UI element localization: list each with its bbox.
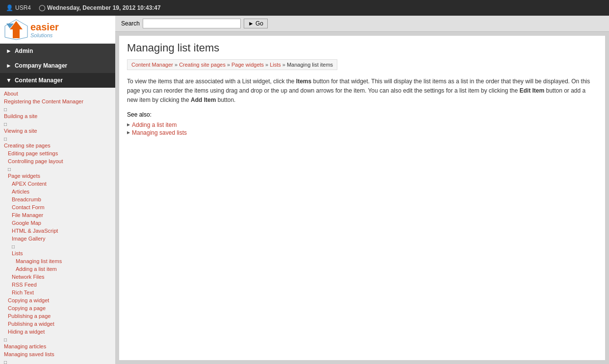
nav-publishing-page[interactable]: Publishing a page [0, 312, 115, 320]
see-also-adding-list-item[interactable]: Adding a list item [132, 121, 177, 128]
main-content-area: Search ► Go Managing list items Content … [115, 16, 609, 364]
breadcrumb-lists[interactable]: Lists [270, 62, 281, 68]
content-manager-tree: About Registering the Content Manager □B… [0, 88, 115, 364]
breadcrumb-content-manager[interactable]: Content Manager [131, 62, 173, 68]
nav-managing-saved-lists[interactable]: Managing saved lists [0, 350, 115, 358]
clock-icon: ◯ [39, 4, 45, 11]
nav-rich-text[interactable]: Rich Text [0, 289, 115, 296]
chevron-down-icon: ▼ [6, 77, 12, 84]
datetime-value: Wednesday, December 19, 2012 10:43:47 [47, 4, 161, 11]
user-icon: 👤 [6, 4, 13, 11]
go-button[interactable]: ► Go [244, 19, 268, 28]
logo-sub-text: Solutions [30, 32, 59, 38]
nav-managing-list-items[interactable]: Managing list items [0, 257, 115, 265]
list-item: Managing saved lists [127, 129, 597, 137]
layout: easier Solutions ► Admin ► Company Manag… [0, 16, 609, 364]
nav-lists[interactable]: □Lists [0, 243, 115, 257]
user-info: 👤 USR4 [6, 4, 31, 11]
nav-creating-site-pages[interactable]: □Creating site pages [0, 135, 115, 149]
nav-page-widgets[interactable]: □Page widgets [0, 165, 115, 180]
see-also-managing-saved-lists[interactable]: Managing saved lists [132, 129, 187, 136]
logo: easier Solutions [0, 16, 115, 44]
nav-building-site[interactable]: □Building a site [0, 105, 115, 120]
breadcrumb-current: Managing list items [287, 62, 333, 68]
breadcrumb: Content Manager » Creating site pages » … [127, 59, 337, 70]
go-label: Go [255, 20, 263, 27]
nav-rss-feed[interactable]: RSS Feed [0, 281, 115, 289]
nav-publishing-widget[interactable]: Publishing a widget [0, 320, 115, 328]
admin-label: Admin [15, 48, 33, 54]
nav-managing-articles[interactable]: □Managing articles [0, 336, 115, 350]
page-title: Managing list items [127, 42, 597, 54]
see-also-list: Adding a list item Managing saved lists [127, 121, 597, 137]
content-paragraph: To view the items that are associated wi… [127, 77, 597, 105]
sidebar-item-admin[interactable]: ► Admin [0, 44, 115, 58]
nav-adding-navigation[interactable]: □Adding navigation [0, 358, 115, 364]
nav-file-manager-widget[interactable]: File Manager [0, 211, 115, 219]
nav-contact-form[interactable]: Contact Form [0, 203, 115, 211]
nav-google-map[interactable]: Google Map [0, 219, 115, 227]
nav-network-files[interactable]: Network Files [0, 273, 115, 281]
content-manager-label: Content Manager [15, 77, 63, 84]
nav-hiding-widget[interactable]: Hiding a widget [0, 328, 115, 336]
username: USR4 [15, 4, 31, 11]
search-bar: Search ► Go [115, 16, 609, 32]
breadcrumb-page-widgets[interactable]: Page widgets [231, 62, 264, 68]
nav-adding-list-item[interactable]: Adding a list item [0, 265, 115, 273]
search-label: Search [121, 20, 140, 27]
logo-text: easier Solutions [30, 22, 59, 38]
chevron-right-icon: ► [6, 48, 12, 54]
nav-articles[interactable]: Articles [0, 188, 115, 195]
nav-breadcrumb[interactable]: Breadcrumb [0, 195, 115, 203]
content-body: To view the items that are associated wi… [127, 77, 597, 105]
nav-editing-page-settings[interactable]: Editing page settings [0, 149, 115, 157]
nav-copying-widget[interactable]: Copying a widget [0, 296, 115, 304]
search-input[interactable] [143, 19, 241, 28]
nav-html-javascript[interactable]: HTML & JavaScript [0, 227, 115, 235]
nav-controlling-page-layout[interactable]: Controlling page layout [0, 157, 115, 165]
chevron-right-icon: ► [6, 62, 12, 69]
sidebar-item-company-manager[interactable]: ► Company Manager [0, 58, 115, 73]
sidebar-item-content-manager[interactable]: ▼ Content Manager [0, 73, 115, 88]
nav-registering[interactable]: Registering the Content Manager [0, 97, 115, 105]
nav-copying-page[interactable]: Copying a page [0, 304, 115, 312]
nav-viewing-site[interactable]: □Viewing a site [0, 120, 115, 135]
nav-apex-content[interactable]: APEX Content [0, 180, 115, 188]
content-area: Managing list items Content Manager » Cr… [119, 36, 605, 360]
datetime: ◯ Wednesday, December 19, 2012 10:43:47 [39, 4, 161, 11]
see-also-label: See also: [127, 111, 597, 118]
topbar: 👤 USR4 ◯ Wednesday, December 19, 2012 10… [0, 0, 609, 16]
logo-main-text: easier [30, 22, 59, 32]
list-item: Adding a list item [127, 121, 597, 129]
logo-icon [4, 19, 28, 41]
nav-about[interactable]: About [0, 90, 115, 97]
company-manager-label: Company Manager [15, 62, 67, 69]
arrow-icon: ► [248, 20, 254, 27]
breadcrumb-creating-site-pages[interactable]: Creating site pages [179, 62, 226, 68]
see-also: See also: Adding a list item Managing sa… [127, 111, 597, 137]
sidebar: easier Solutions ► Admin ► Company Manag… [0, 16, 115, 364]
nav-image-gallery[interactable]: Image Gallery [0, 235, 115, 243]
